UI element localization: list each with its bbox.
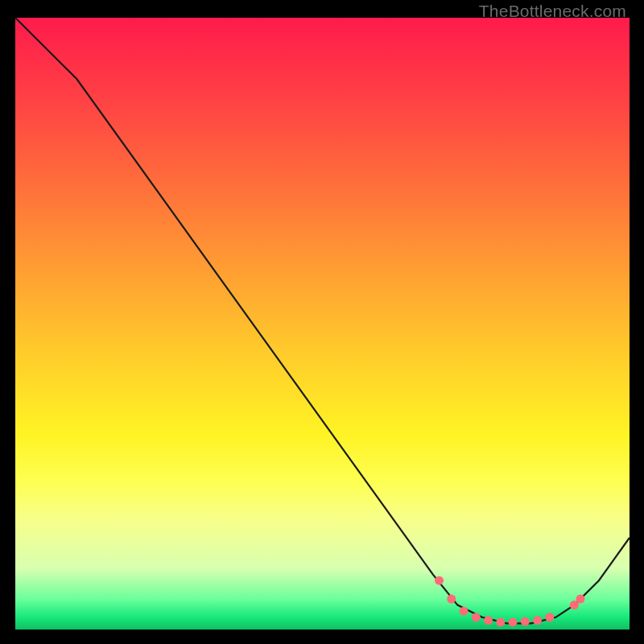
curve-marker [521, 617, 530, 626]
bottleneck-curve [15, 18, 630, 630]
curve-path [15, 18, 630, 623]
curve-marker [472, 613, 481, 621]
curve-marker [509, 617, 518, 626]
curve-marker [484, 616, 493, 625]
curve-marker [460, 607, 469, 616]
curve-marker [496, 617, 505, 626]
curve-marker [435, 576, 444, 585]
curve-marker [447, 595, 456, 604]
chart-frame [15, 18, 630, 630]
curve-marker [533, 616, 542, 625]
marker-group [435, 576, 585, 627]
curve-marker [545, 613, 554, 621]
attribution-text: TheBottleneck.com [479, 2, 626, 21]
curve-marker [576, 595, 585, 604]
